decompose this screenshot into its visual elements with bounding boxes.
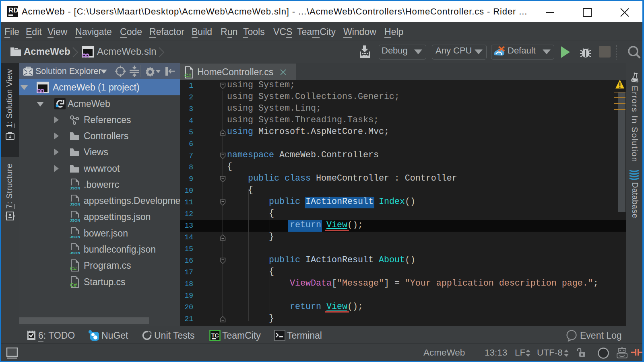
- svg-text:C#: C#: [184, 72, 191, 78]
- svg-text:C#: C#: [70, 282, 77, 288]
- svg-text:JSON: JSON: [70, 218, 80, 222]
- svg-text:TC: TC: [211, 332, 219, 339]
- svg-text:JSON: JSON: [70, 202, 80, 206]
- svg-text:JSON: JSON: [70, 186, 80, 190]
- svg-text:JSON: JSON: [70, 251, 80, 255]
- svg-text:C#: C#: [70, 265, 77, 272]
- svg-text:JSON: JSON: [70, 234, 80, 239]
